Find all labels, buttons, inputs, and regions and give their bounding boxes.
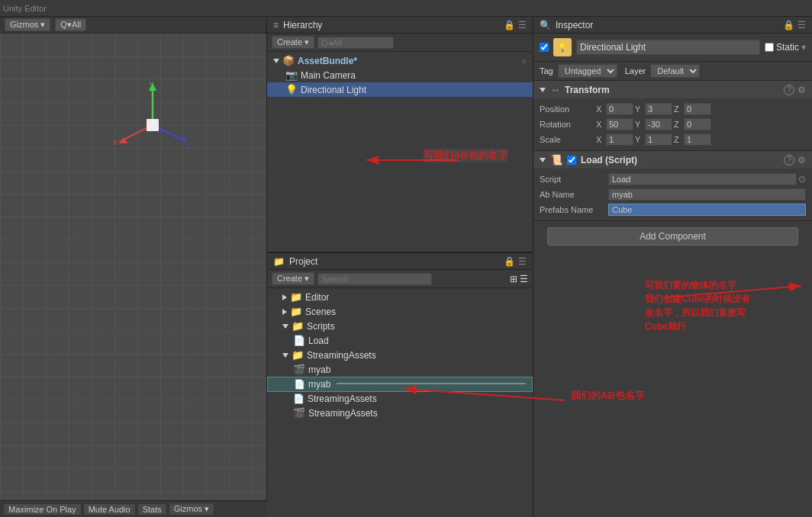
rotation-x-input[interactable]: [606, 118, 633, 130]
add-component-button[interactable]: Add Component: [547, 227, 798, 246]
transform-header[interactable]: ↔ Transform ? ⚙: [533, 81, 812, 98]
position-z-group: Z: [674, 103, 711, 115]
position-x-input[interactable]: [606, 103, 633, 115]
prefabs-name-input[interactable]: [608, 204, 806, 216]
project-content: 📁 Editor 📁 Scenes 📁 Scripts 📄: [267, 288, 533, 517]
project-item-load[interactable]: 📄 Load: [267, 333, 533, 348]
hierarchy-item-label-camera: Main Camera: [301, 70, 356, 81]
scene-gizmo: y x z: [107, 79, 198, 173]
hierarchy-toolbar: Create ▾: [267, 34, 533, 52]
streaming-expand-icon: [282, 353, 288, 358]
object-active-checkbox[interactable]: [540, 43, 549, 52]
transform-settings-icon[interactable]: ⚙: [798, 85, 806, 95]
scale-x-label: X: [596, 135, 605, 144]
project-item-scripts-label: Scripts: [307, 321, 335, 332]
project-item-myab-label: myab: [308, 379, 330, 390]
scripts-folder-icon: 📁: [292, 320, 304, 332]
hierarchy-root-item[interactable]: 📦 AssetBundle* ≡: [267, 53, 533, 68]
svg-rect-9: [147, 119, 159, 131]
mute-audio-button[interactable]: Mute Audio: [83, 503, 136, 515]
inspector-tab[interactable]: 🔍 Inspector 🔒 ☰: [533, 17, 812, 34]
center-panels: ≡ Hierarchy 🔒 ☰ Create ▾ 📦 AssetBundle* …: [267, 17, 533, 517]
hierarchy-item-main-camera[interactable]: 📷 Main Camera: [267, 68, 533, 82]
hierarchy-item-label-light: Directional Light: [301, 85, 366, 95]
hierarchy-panel: ≡ Hierarchy 🔒 ☰ Create ▾ 📦 AssetBundle* …: [267, 17, 533, 253]
scale-y-label: Y: [635, 135, 644, 144]
rotation-z-input[interactable]: [684, 118, 711, 130]
streaming-folder-icon: 📁: [292, 349, 304, 361]
scene-canvas: y x z ◄ Persp: [0, 34, 266, 517]
gizmos-button[interactable]: Gizmos ▾: [5, 18, 50, 31]
stats-button[interactable]: Stats: [137, 503, 167, 515]
hierarchy-tab-label: Hierarchy: [283, 20, 322, 31]
hierarchy-options-icon: ≡: [522, 56, 527, 66]
hierarchy-root-label: AssetBundle*: [298, 56, 357, 66]
object-name-field[interactable]: [576, 40, 760, 55]
scenes-expand-icon: [282, 309, 287, 315]
script-circle-icon[interactable]: ⊙: [798, 174, 806, 185]
rotation-y-group: Y: [635, 118, 672, 130]
myab-scene-icon: 🎬: [293, 364, 305, 375]
position-z-input[interactable]: [684, 103, 711, 115]
hierarchy-tab[interactable]: ≡ Hierarchy 🔒 ☰: [267, 17, 533, 34]
scale-z-label: Z: [674, 135, 683, 144]
static-dropdown-icon[interactable]: ▾: [801, 42, 806, 53]
load-script-settings-icon[interactable]: ⚙: [798, 155, 806, 165]
scale-y-group: Y: [635, 133, 672, 146]
tag-dropdown[interactable]: Untagged: [558, 64, 617, 78]
project-tab-label: Project: [289, 256, 317, 267]
load-script-header[interactable]: 📜 Load (Script) ? ⚙: [533, 151, 812, 169]
maximize-on-play-button[interactable]: Maximize On Play: [3, 503, 82, 515]
rotation-y-input[interactable]: [645, 118, 672, 130]
hierarchy-search-input[interactable]: [317, 37, 394, 49]
rotation-label: Rotation: [540, 120, 593, 129]
load-script-help-icon[interactable]: ?: [784, 155, 794, 165]
load-script-enabled-checkbox[interactable]: [567, 156, 576, 165]
project-item-streaming-meta[interactable]: 📄 StreamingAssets: [267, 392, 533, 406]
project-item-myab-scene-label: myab: [308, 364, 330, 375]
project-tab-icon: 📁: [273, 256, 285, 267]
scale-y-input[interactable]: [645, 133, 672, 146]
scale-z-input[interactable]: [684, 133, 711, 146]
project-item-editor[interactable]: 📁 Editor: [267, 290, 533, 304]
position-x-group: X: [596, 103, 633, 115]
project-menu-icon: ☰: [518, 256, 527, 267]
ab-name-input[interactable]: [608, 188, 806, 201]
project-item-myab[interactable]: 📄 myab: [267, 377, 533, 392]
prefabs-name-label: Prefabs Name: [540, 205, 608, 214]
hierarchy-item-directional-light[interactable]: 💡 Directional Light: [267, 82, 533, 97]
static-checkbox[interactable]: [765, 43, 774, 52]
svg-text:x: x: [113, 137, 118, 146]
scale-z-group: Z: [674, 133, 711, 146]
inspector-object-header: 💡 Static ▾: [533, 34, 812, 62]
project-item-scenes[interactable]: 📁 Scenes: [267, 304, 533, 319]
project-view-toggle[interactable]: ⊞ ☰: [510, 274, 528, 284]
layer-dropdown[interactable]: Default: [650, 64, 700, 78]
position-z-label: Z: [674, 104, 683, 114]
load-script-icon: 📄: [293, 335, 305, 346]
project-item-streaming-assets[interactable]: 📁 StreamingAssets: [267, 348, 533, 362]
hierarchy-content: 📦 AssetBundle* ≡ 📷 Main Camera 💡 Directi…: [267, 52, 533, 252]
project-search-input[interactable]: [317, 273, 432, 285]
project-item-load-label: Load: [308, 336, 329, 346]
inspector-tab-label: Inspector: [556, 20, 593, 31]
script-label: Script: [540, 175, 608, 184]
scale-row: Scale X Y Z: [540, 132, 806, 147]
inspector-panel: 🔍 Inspector 🔒 ☰ 💡 Static ▾ Tag Untagged: [533, 17, 812, 517]
script-value-input[interactable]: [608, 173, 797, 185]
project-item-myab-scene[interactable]: 🎬 myab: [267, 362, 533, 377]
myab-underline: [337, 383, 526, 384]
scale-x-input[interactable]: [606, 133, 633, 146]
gizmos-bottom-button[interactable]: Gizmos ▾: [169, 503, 214, 515]
project-item-streaming-scene[interactable]: 🎬 StreamingAssets: [267, 406, 533, 420]
project-item-scripts[interactable]: 📁 Scripts: [267, 319, 533, 333]
position-y-input[interactable]: [645, 103, 672, 115]
project-item-scenes-label: Scenes: [305, 307, 336, 317]
all-button[interactable]: Q▾All: [55, 18, 86, 31]
hierarchy-create-button[interactable]: Create ▾: [272, 36, 314, 49]
project-tab[interactable]: 📁 Project 🔒 ☰: [267, 253, 533, 270]
transform-help-icon[interactable]: ?: [784, 85, 794, 95]
project-item-editor-label: Editor: [305, 292, 329, 303]
project-create-button[interactable]: Create ▾: [272, 272, 314, 285]
streaming-scene-icon: 🎬: [293, 407, 305, 419]
